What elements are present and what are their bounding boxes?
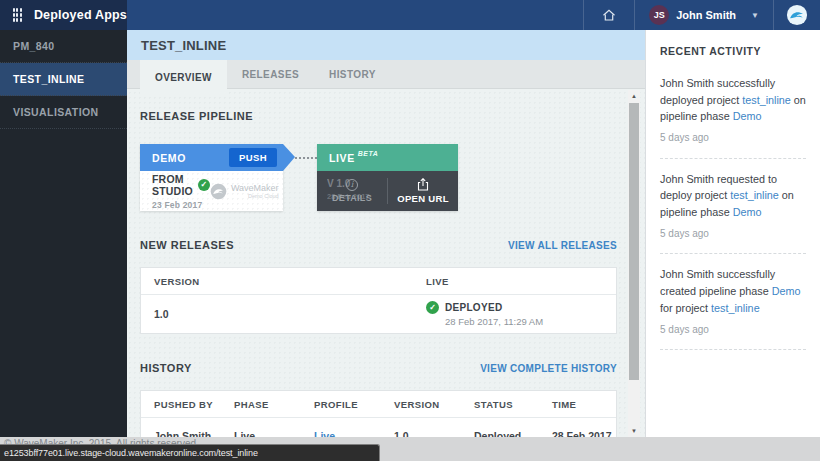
col-status: STATUS (474, 399, 552, 410)
topbar-right: JS John Smith ▼ (583, 0, 820, 30)
hist-version: 1.0 (394, 430, 474, 437)
pipeline-connector (283, 144, 317, 171)
wave-logo-icon (786, 4, 808, 26)
scroll-down-arrow[interactable]: ▼ (628, 425, 640, 437)
history-table: PUSHED BY PHASE PROFILE VERSION STATUS T… (140, 390, 617, 437)
col-pushed-by: PUSHED BY (154, 399, 234, 410)
live-phase-name: LIVE (329, 152, 355, 164)
view-all-releases-link[interactable]: VIEW ALL RELEASES (508, 240, 617, 251)
tab-overview[interactable]: OVERVIEW (140, 60, 227, 95)
demo-phase-card: DEMO PUSH FROM STUDIO ✓ 23 Feb 2017 (140, 144, 283, 211)
open-url-icon (417, 178, 429, 191)
scroll-up-arrow[interactable]: ▲ (628, 90, 640, 102)
col-phase: PHASE (234, 399, 314, 410)
watermark-name: WaveMaker (231, 183, 279, 193)
new-releases-heading: NEW RELEASES (140, 239, 234, 251)
demo-phase-name: DEMO (152, 152, 186, 164)
success-check-icon: ✓ (198, 179, 210, 191)
activity-time: 5 days ago (660, 226, 806, 242)
apps-grid-icon[interactable] (13, 8, 22, 22)
details-button[interactable]: i DETAILS (317, 179, 387, 203)
deployed-status: DEPLOYED (445, 302, 502, 313)
demo-deploy-date: 23 Feb 2017 (152, 200, 210, 210)
project-link[interactable]: test_inline (730, 189, 779, 201)
hist-pushed-by: John Smith (154, 430, 234, 437)
deployed-check-icon: ✓ (426, 301, 439, 314)
deployed-time: 28 Feb 2017, 11:29 AM (445, 316, 543, 327)
push-button[interactable]: PUSH (229, 148, 277, 167)
live-phase-card: LIVE BETA V 1.0 28 Feb 2017 i DETAILS (317, 144, 458, 211)
project-sidebar: PM_840 TEST_INLINE VISUALISATION (0, 30, 127, 437)
beta-badge: BETA (358, 150, 379, 157)
project-link[interactable]: test_inline (742, 94, 791, 106)
activity-text: John Smith successfully created pipeline… (660, 268, 775, 297)
main-panel: TEST_INLINE OVERVIEW RELEASES HISTORY RE… (127, 30, 645, 437)
avatar: JS (649, 5, 669, 25)
app-brand: Deployed Apps (0, 0, 127, 30)
user-menu[interactable]: JS John Smith ▼ (634, 0, 773, 30)
open-url-button[interactable]: OPEN URL (388, 178, 458, 204)
sidebar-item-test-inline[interactable]: TEST_INLINE (0, 63, 127, 96)
overview-content: RELEASE PIPELINE DEMO PUSH FROM STUDIO ✓… (127, 90, 645, 437)
sidebar-item-pm-840[interactable]: PM_840 (0, 30, 127, 63)
status-url-text: e1253bff77e01.live.stage-cloud.wavemaker… (4, 448, 258, 458)
release-version: 1.0 (154, 308, 426, 320)
phase-link[interactable]: Demo (733, 206, 762, 218)
wave-watermark-icon (210, 183, 227, 200)
activity-time: 5 days ago (660, 130, 806, 146)
col-live: LIVE (426, 276, 616, 287)
hist-phase: Live (234, 430, 314, 437)
watermark-sub: Demo Cloud (248, 193, 279, 199)
col-version: VERSION (154, 276, 426, 287)
app-title: Deployed Apps (34, 8, 127, 22)
hist-profile-link[interactable]: Live (314, 430, 394, 437)
status-url-bar: e1253bff77e01.live.stage-cloud.wavemaker… (0, 444, 380, 461)
col-profile: PROFILE (314, 399, 394, 410)
project-link[interactable]: test_inline (711, 302, 760, 314)
info-icon: i (346, 179, 358, 191)
hist-time: 28 Feb 2017, (552, 430, 616, 437)
hist-status: Deployed (474, 430, 552, 437)
sidebar-item-visualisation[interactable]: VISUALISATION (0, 96, 127, 129)
view-complete-history-link[interactable]: VIEW COMPLETE HISTORY (480, 363, 617, 374)
vertical-scrollbar[interactable]: ▲ ▼ (628, 90, 640, 437)
recent-activity-heading: RECENT ACTIVITY (660, 45, 806, 57)
release-pipeline-heading: RELEASE PIPELINE (140, 110, 253, 122)
wavemaker-logo (773, 0, 820, 30)
tab-bar: OVERVIEW RELEASES HISTORY (127, 60, 645, 89)
activity-item: John Smith successfully deployed project… (660, 63, 806, 159)
history-row: John Smith Live Live 1.0 Deployed 28 Feb… (141, 418, 616, 437)
arrow-right-icon (283, 144, 295, 171)
release-row: 1.0 ✓ DEPLOYED 28 Feb 2017, 11:29 AM (141, 295, 616, 333)
phase-link[interactable]: Demo (772, 285, 801, 297)
home-icon (601, 7, 617, 23)
page-title: TEST_INLINE (127, 30, 645, 60)
col-time: TIME (552, 399, 616, 410)
releases-header-row: VERSION LIVE (141, 268, 616, 295)
activity-item: John Smith successfully created pipeline… (660, 254, 806, 350)
home-button[interactable] (583, 0, 634, 30)
chevron-down-icon: ▼ (751, 11, 759, 20)
release-pipeline: DEMO PUSH FROM STUDIO ✓ 23 Feb 2017 (140, 144, 617, 211)
details-label: DETAILS (332, 193, 372, 203)
wavemaker-watermark: WaveMaker Demo Cloud (210, 183, 279, 200)
top-bar: Deployed Apps JS John Smith ▼ (0, 0, 820, 30)
user-name: John Smith (676, 9, 736, 21)
phase-link[interactable]: Demo (733, 110, 762, 122)
col-version: VERSION (394, 399, 474, 410)
history-heading: HISTORY (140, 362, 192, 374)
history-header-row: PUSHED BY PHASE PROFILE VERSION STATUS T… (141, 391, 616, 418)
activity-time: 5 days ago (660, 322, 806, 338)
activity-text: for project (660, 302, 711, 314)
scrollbar-thumb[interactable] (629, 103, 639, 380)
tab-history[interactable]: HISTORY (314, 60, 391, 88)
recent-activity-panel: RECENT ACTIVITY John Smith successfully … (645, 30, 820, 437)
open-url-label: OPEN URL (397, 193, 449, 204)
releases-table: VERSION LIVE 1.0 ✓ DEPLOYED 28 Feb 2017,… (140, 267, 617, 334)
tab-releases[interactable]: RELEASES (227, 60, 314, 88)
from-studio-label: FROM STUDIO (152, 173, 193, 197)
activity-item: John Smith requested to deploy project t… (660, 159, 806, 255)
